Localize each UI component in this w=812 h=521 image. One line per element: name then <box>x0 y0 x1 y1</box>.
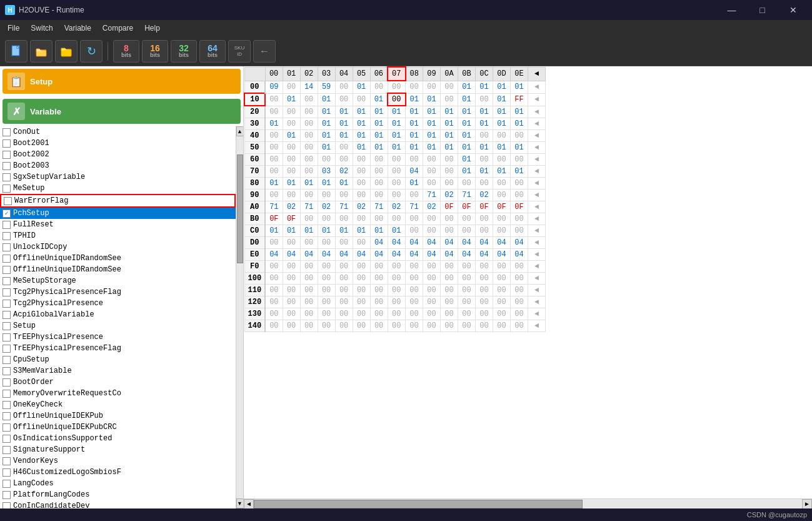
hex-cell[interactable]: 00 <box>300 106 318 118</box>
hex-cell[interactable]: 02 <box>388 201 405 213</box>
hex-cell[interactable]: 00 <box>511 320 528 332</box>
hex-cell[interactable]: 00 <box>283 166 300 178</box>
hex-cell[interactable]: 00 <box>353 93 370 106</box>
variable-checkbox[interactable] <box>3 367 11 375</box>
hex-cell[interactable]: 00 <box>353 296 370 308</box>
hex-cell[interactable]: 01 <box>441 106 458 118</box>
hex-cell[interactable]: 00 <box>388 273 405 285</box>
hex-cell[interactable]: 01 <box>370 106 388 118</box>
hex-cell[interactable]: 00 <box>441 93 458 106</box>
hex-cell[interactable]: 00 <box>318 213 335 225</box>
hex-cell[interactable]: 01 <box>406 118 423 130</box>
new-button[interactable] <box>5 40 28 63</box>
variable-checkbox[interactable] <box>3 468 11 477</box>
hex-cell[interactable]: 00 <box>458 285 476 296</box>
hex-cell[interactable]: 04 <box>335 249 353 261</box>
hex-cell[interactable]: 02 <box>423 201 441 213</box>
hex-cell[interactable]: 04 <box>458 237 476 249</box>
hex-cell[interactable]: 00 <box>283 296 300 308</box>
hex-cell[interactable]: 01 <box>458 142 476 154</box>
menu-item-compare[interactable]: Compare <box>98 23 138 34</box>
hex-cell[interactable]: 00 <box>493 154 511 166</box>
variable-item[interactable]: UnlockIDCopy <box>0 241 236 253</box>
hex-cell[interactable]: 01 <box>493 166 511 178</box>
hex-cell[interactable]: 00 <box>493 190 511 201</box>
variable-item[interactable]: SgxSetupVariable <box>0 171 236 183</box>
hex-cell[interactable]: 00 <box>406 213 423 225</box>
hex-cell[interactable]: 00 <box>511 296 528 308</box>
hex-cell[interactable]: 00 <box>458 296 476 308</box>
hex-cell[interactable]: 00 <box>318 308 335 320</box>
hex-cell[interactable]: 00 <box>318 285 335 296</box>
hex-cell[interactable]: 01 <box>423 130 441 142</box>
hex-cell[interactable]: 00 <box>283 106 300 118</box>
hex-cell[interactable]: 01 <box>441 118 458 130</box>
hex-cell[interactable]: 00 <box>476 308 493 320</box>
variable-item[interactable]: VendorKeys <box>0 455 236 467</box>
hex-cell[interactable]: 01 <box>283 178 300 190</box>
hex-cell[interactable]: 00 <box>335 285 353 296</box>
variable-item[interactable]: SignatureSupport <box>0 444 236 455</box>
hex-cell[interactable]: 01 <box>458 81 476 93</box>
hex-cell[interactable]: 00 <box>300 213 318 225</box>
variable-item[interactable]: Tcg2PhysicalPresence <box>0 298 236 309</box>
hex-cell[interactable]: 00 <box>265 285 283 296</box>
hex-cell[interactable]: 01 <box>370 130 388 142</box>
variable-item[interactable]: OfflineUniqueIDEKPub <box>0 410 236 422</box>
hex-cell[interactable]: 01 <box>476 81 493 93</box>
hex-cell[interactable]: 00 <box>283 81 300 93</box>
hex-cell[interactable]: 00 <box>511 213 528 225</box>
hex-cell[interactable]: 00 <box>458 320 476 332</box>
hex-cell[interactable]: 00 <box>265 166 283 178</box>
hex-cell[interactable]: 00 <box>335 320 353 332</box>
hex-cell[interactable]: 01 <box>388 118 405 130</box>
variable-checkbox[interactable] <box>3 401 11 409</box>
variable-checkbox[interactable] <box>3 311 11 319</box>
hex-cell[interactable]: 01 <box>353 106 370 118</box>
hex-cell[interactable]: 71 <box>335 201 353 213</box>
hex-cell[interactable]: 00 <box>265 296 283 308</box>
refresh-button[interactable]: ↻ <box>80 40 103 63</box>
hex-cell[interactable]: 00 <box>476 93 493 106</box>
hex-cell[interactable]: 00 <box>318 237 335 249</box>
hex-cell[interactable]: 00 <box>265 142 283 154</box>
hex-cell[interactable]: 00 <box>406 261 423 273</box>
hex-cell[interactable]: 01 <box>493 118 511 130</box>
variable-checkbox[interactable] <box>3 446 11 454</box>
hex-cell[interactable]: 00 <box>300 118 318 130</box>
hex-cell[interactable]: 00 <box>265 237 283 249</box>
variable-checkbox[interactable] <box>3 266 11 274</box>
hex-cell[interactable]: 00 <box>511 308 528 320</box>
hex-cell[interactable]: 01 <box>511 106 528 118</box>
hex-cell[interactable]: 00 <box>335 142 353 154</box>
scroll-track[interactable] <box>254 499 802 509</box>
variable-checkbox[interactable] <box>3 356 11 364</box>
variable-checkbox[interactable] <box>3 185 11 193</box>
hex-cell[interactable]: 01 <box>406 93 423 106</box>
hex-cell[interactable]: 00 <box>300 273 318 285</box>
hex-cell[interactable]: 00 <box>318 296 335 308</box>
hex-cell[interactable]: 0F <box>458 201 476 213</box>
hex-cell[interactable]: 00 <box>353 213 370 225</box>
hex-cell[interactable]: 00 <box>370 273 388 285</box>
hex-cell[interactable]: 00 <box>335 261 353 273</box>
hex-cell[interactable]: 00 <box>318 154 335 166</box>
hex-cell[interactable]: 02 <box>335 166 353 178</box>
hex-cell[interactable]: 04 <box>441 237 458 249</box>
hex-cell[interactable]: 01 <box>423 118 441 130</box>
hex-cell[interactable]: 00 <box>511 225 528 237</box>
variable-item[interactable]: FullReset <box>0 219 236 230</box>
maximize-button[interactable]: □ <box>748 0 776 20</box>
hex-cell[interactable]: 00 <box>511 130 528 142</box>
hex-cell[interactable]: 01 <box>458 130 476 142</box>
hex-cell[interactable]: 09 <box>265 81 283 93</box>
hex-cell[interactable]: 00 <box>423 261 441 273</box>
bits8-button[interactable]: 8 bits <box>113 40 139 63</box>
hex-cell[interactable]: 01 <box>283 225 300 237</box>
hex-cell[interactable]: 00 <box>423 213 441 225</box>
hex-cell[interactable]: 01 <box>353 81 370 93</box>
variable-checkbox[interactable] <box>3 435 11 443</box>
hex-cell[interactable]: 00 <box>511 261 528 273</box>
hex-cell[interactable]: 01 <box>476 166 493 178</box>
hex-cell[interactable]: 02 <box>441 190 458 201</box>
